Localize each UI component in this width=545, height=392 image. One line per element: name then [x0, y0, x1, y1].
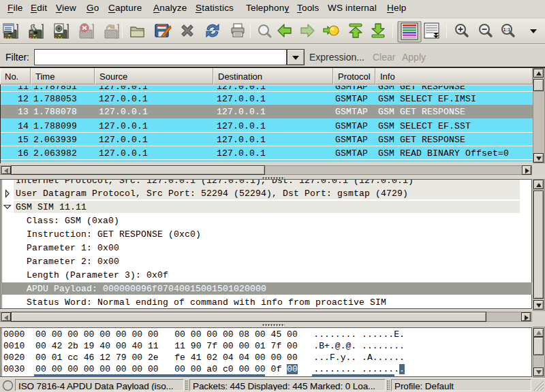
- svg-text:1:1: 1:1: [503, 27, 511, 33]
